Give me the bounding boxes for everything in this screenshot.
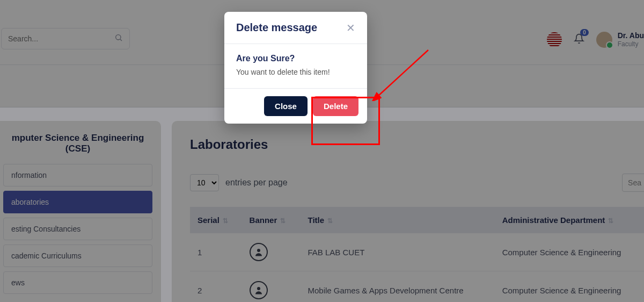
modal-title: Delete message: [236, 21, 317, 34]
modal-body: Are you Sure? You want to delete this it…: [224, 44, 367, 88]
close-button[interactable]: Close: [264, 96, 308, 116]
delete-button[interactable]: Delete: [313, 96, 358, 116]
modal-question: Are you Sure?: [236, 54, 355, 63]
delete-modal: Delete message ✕ Are you Sure? You want …: [224, 12, 367, 124]
modal-header: Delete message ✕: [224, 12, 367, 44]
close-icon[interactable]: ✕: [346, 23, 355, 33]
modal-subtext: You want to delete this item!: [236, 68, 355, 76]
modal-footer: Close Delete: [224, 88, 367, 124]
